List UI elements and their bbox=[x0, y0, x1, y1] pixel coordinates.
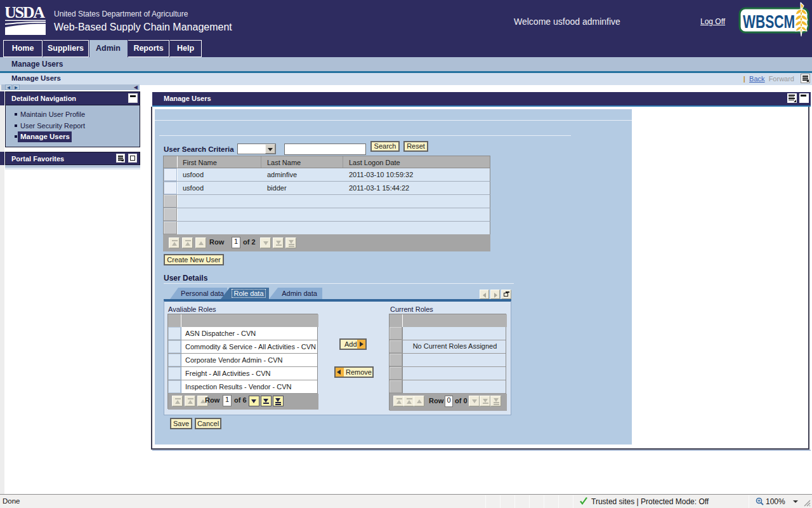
svg-text:WBSCM: WBSCM bbox=[743, 11, 795, 32]
svg-text:USDA: USDA bbox=[5, 5, 45, 22]
